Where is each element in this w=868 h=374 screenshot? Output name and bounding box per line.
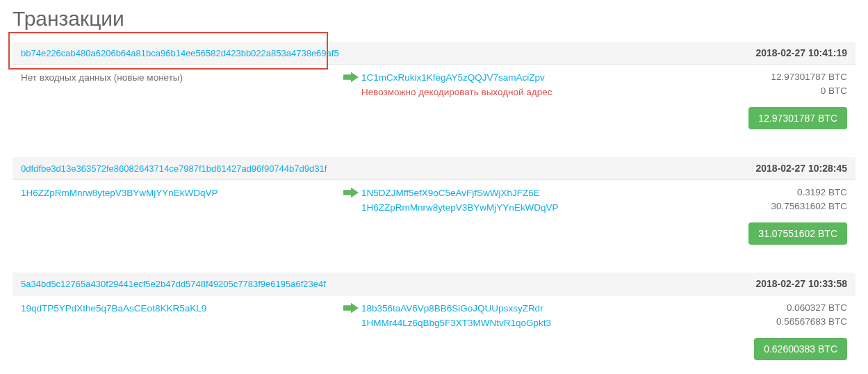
transaction-total-badge[interactable]: 31.07551602 BTC: [748, 222, 847, 245]
inputs-column: Нет входных данных (новые монеты): [21, 70, 341, 85]
output-address-link[interactable]: 1HMMr44Lz6qBbg5F3XT3MWNtvR1qoGpkt3: [361, 318, 551, 328]
arrow-right-icon: [343, 72, 359, 85]
output-amount: 0.56567683 BTC: [722, 315, 847, 329]
transaction-body: 1H6ZZpRmMnrw8ytepV3BYwMjYYnEkWDqVP1N5DZJ…: [13, 180, 855, 214]
transaction-header: 5a34bd5c12765a430f29441ecf5e2b47dd5748f4…: [13, 273, 855, 295]
input-coinbase-text: Нет входных данных (новые монеты): [21, 72, 183, 83]
transaction-total-badge[interactable]: 12.97301787 BTC: [748, 107, 847, 129]
transaction-timestamp: 2018-02-27 10:28:45: [742, 163, 847, 174]
transaction-timestamp: 2018-02-27 10:41:19: [742, 47, 847, 58]
transaction-total-row: 31.07551602 BTC: [13, 214, 855, 245]
output-amount: 0 BTC: [722, 84, 847, 98]
transaction-block: 0dfdfbe3d13e363572fe86082643714ce7987f1b…: [13, 157, 855, 245]
page-title: Транзакции: [13, 7, 855, 31]
svg-marker-2: [343, 303, 359, 314]
outputs-column: 1C1mCxRukix1KfegAY5zQQJV7samAciZpvНевозм…: [361, 70, 847, 99]
transaction-total-row: 0.62600383 BTC: [13, 330, 855, 360]
transaction-header: 0dfdfbe3d13e363572fe86082643714ce7987f1b…: [13, 157, 855, 180]
transaction-body: Нет входных данных (новые монеты)1C1mCxR…: [13, 65, 855, 99]
input-address-link[interactable]: 1H6ZZpRmMnrw8ytepV3BYwMjYYnEkWDqVP: [21, 188, 218, 198]
inputs-column: 19qdTP5YPdXthe5q7BaAsCEot8KKR5aKL9: [21, 301, 341, 316]
output-amount: 0.060327 BTC: [722, 301, 847, 315]
transaction-header: bb74e226cab480a6206b64a81bca96b14ee56582…: [13, 42, 855, 65]
transaction-timestamp: 2018-02-27 10:33:58: [742, 278, 847, 289]
output-amount: 0.3192 BTC: [722, 186, 847, 200]
arrow-right-icon: [343, 302, 359, 316]
output-address-link[interactable]: 1C1mCxRukix1KfegAY5zQQJV7samAciZpv: [361, 72, 545, 83]
output-address-link[interactable]: 1H6ZZpRmMnrw8ytepV3BYwMjYYnEkWDqVP: [361, 202, 559, 213]
transaction-total-row: 12.97301787 BTC: [13, 99, 855, 129]
output-amount: 12.97301787 BTC: [722, 70, 847, 84]
outputs-column: 1N5DZJMff5efX9oC5eAvFjfSwWjXhJFZ6E1H6ZZp…: [361, 186, 847, 214]
transaction-hash-link[interactable]: bb74e226cab480a6206b64a81bca96b14ee56582…: [21, 48, 339, 58]
transaction-body: 19qdTP5YPdXthe5q7BaAsCEot8KKR5aKL918b356…: [13, 295, 855, 330]
transaction-hash-link[interactable]: 5a34bd5c12765a430f29441ecf5e2b47dd5748f4…: [21, 279, 326, 289]
output-decode-error: Невозможно декодировать выходной адрес: [361, 87, 552, 97]
transaction-total-badge[interactable]: 0.62600383 BTC: [754, 338, 847, 360]
inputs-column: 1H6ZZpRmMnrw8ytepV3BYwMjYYnEkWDqVP: [21, 186, 341, 200]
output-address-link[interactable]: 1N5DZJMff5efX9oC5eAvFjfSwWjXhJFZ6E: [361, 188, 540, 198]
transaction-hash-link[interactable]: 0dfdfbe3d13e363572fe86082643714ce7987f1b…: [21, 163, 327, 174]
transaction-block: 5a34bd5c12765a430f29441ecf5e2b47dd5748f4…: [13, 273, 855, 360]
input-address-link[interactable]: 19qdTP5YPdXthe5q7BaAsCEot8KKR5aKL9: [21, 303, 206, 314]
output-amount: 30.75631602 BTC: [722, 200, 847, 213]
transaction-block: bb74e226cab480a6206b64a81bca96b14ee56582…: [13, 42, 855, 129]
svg-marker-0: [343, 72, 359, 83]
outputs-column: 18b356taAV6Vp8BB6SiGoJQUUpsxsyZRdr1HMMr4…: [361, 301, 847, 330]
arrow-right-icon: [343, 187, 359, 200]
output-address-link[interactable]: 18b356taAV6Vp8BB6SiGoJQUUpsxsyZRdr: [361, 303, 543, 314]
svg-marker-1: [343, 188, 359, 198]
